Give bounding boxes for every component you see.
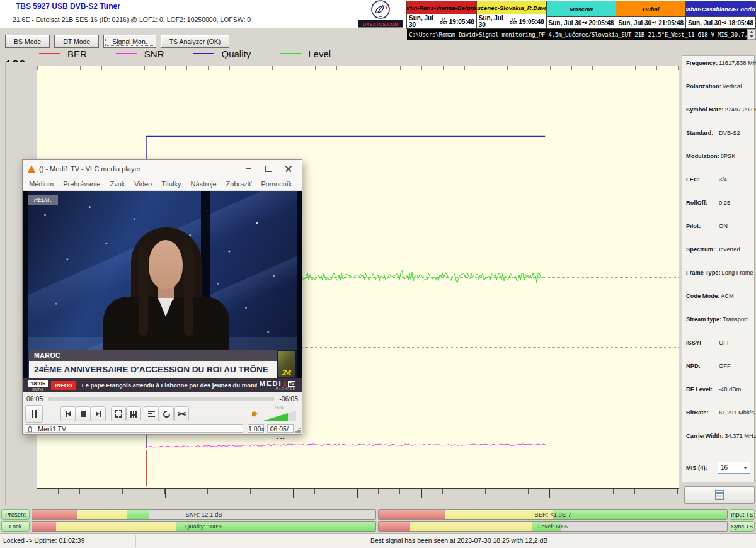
close-icon <box>285 166 292 172</box>
stream-list-button[interactable] <box>684 486 755 504</box>
stop-button[interactable] <box>76 406 91 421</box>
logo-caption: DXSATCS.COM <box>358 20 403 28</box>
vlc-menu-item[interactable]: Video <box>134 180 152 188</box>
scroll-up-icon[interactable] <box>750 31 753 33</box>
command-prompt[interactable]: C:\Users\Roman Dávid>Signal monitoring_P… <box>407 29 747 40</box>
redif-tag: REDIF. <box>28 195 58 205</box>
input-ts-indicator: Input TS <box>730 509 755 520</box>
minimize-button[interactable] <box>240 163 256 175</box>
mute-button[interactable] <box>252 411 258 417</box>
clock-widget: Moscow Sun, Jul 30 +3 20:05:48 <box>546 1 617 29</box>
playback-controls: 75% <box>23 405 302 423</box>
volume-fill <box>263 411 288 421</box>
time-status[interactable]: 06:05/--:-- <box>267 424 294 433</box>
vlc-menu-item[interactable]: Médium <box>29 180 54 188</box>
vlc-menu-item[interactable]: Zobraziť <box>226 180 252 188</box>
clock-time: 20:05:48 <box>588 20 614 26</box>
meter-label: Level: 60% <box>379 522 727 531</box>
clock-time-row: Sun, Jul 30 +3 20:05:48 <box>547 17 616 28</box>
parameter-label: Pilot: <box>686 223 718 229</box>
satellite-dish-icon <box>369 0 392 20</box>
clock-city-label: Rabat-Casablanca-London <box>686 1 755 17</box>
world-clocks: Berlin-Paris-Vienna-Belgrade Sun, Jul 30… <box>407 1 756 29</box>
status-strip: Locked -> Uptime: 01:02:39 Best signal h… <box>0 533 756 548</box>
meter-label: Quality: 100% <box>32 522 375 531</box>
parameter-row: Stream type: Transport <box>682 316 754 340</box>
playlist-icon <box>148 411 155 417</box>
clock-date: Sun, Jul 30 <box>688 20 721 26</box>
clock-date: Sun, Jul 30 <box>479 14 510 28</box>
ticker-clock: 18:05 GMT+1 <box>28 380 48 391</box>
next-button[interactable] <box>91 406 106 421</box>
loop-button[interactable] <box>159 406 174 421</box>
news-anchor-hair-lock <box>184 246 193 336</box>
parameter-value: 3/4 <box>719 176 727 183</box>
scroll-down-icon[interactable] <box>750 35 753 38</box>
quality-meter: Quality: 100% <box>32 521 376 532</box>
parameter-value: DVB-S2 <box>719 130 740 136</box>
clock-widget: Berlin-Paris-Vienna-Belgrade Sun, Jul 30… <box>406 1 477 29</box>
medi1tv-logo: MEDI 1 TV MAGHREB <box>260 380 295 391</box>
previous-button[interactable] <box>60 406 76 421</box>
signal-parameters-panel: Frequency: 11617,838 MHz Polarization: V… <box>682 55 755 482</box>
volume-slider[interactable] <box>263 411 296 421</box>
parameter-label: RollOff: <box>686 200 718 206</box>
close-button[interactable] <box>280 163 297 175</box>
pause-button[interactable] <box>25 405 43 423</box>
parameter-value: Vertical <box>723 83 742 89</box>
mode-tab[interactable]: Signal Mon. <box>103 35 156 48</box>
parameter-row: Code Mode: ACM <box>682 293 754 316</box>
parameter-row: CarrierWidth: 34,371 MHz <box>682 433 754 456</box>
clock-time: 21:05:48 <box>658 20 684 26</box>
parameter-row: Frame Type: Long Frame <box>682 270 754 293</box>
parameter-value: OFF <box>719 363 731 369</box>
seek-row: 06:05 -06:05 <box>23 392 302 405</box>
adjustments-button[interactable] <box>126 406 141 421</box>
clock-time-row: Sun, Jul 30 +1 DST 19:05:48 <box>407 14 476 28</box>
parameter-row: BitRate: 61,291 Mbit/s <box>682 409 754 433</box>
playback-rate[interactable]: 1.00x <box>248 424 264 433</box>
chart-legend: BER SNR Quality Level <box>39 48 331 59</box>
parameter-value: 0.25 <box>719 200 730 206</box>
legend-label: BER <box>67 49 87 59</box>
remaining-time: -06:05 <box>279 395 298 402</box>
level-meter: Level: 60% <box>378 521 728 532</box>
shuffle-icon <box>178 411 186 417</box>
legend-line-swatch <box>39 53 60 54</box>
parameter-label: Frame Type: <box>686 270 721 276</box>
parameter-label: Stream type: <box>686 316 721 323</box>
parameter-value: Long Frame <box>722 270 753 276</box>
mode-tab[interactable]: BS Mode <box>5 35 50 48</box>
vlc-titlebar[interactable]: () - Medi1 TV - VLC media player <box>23 160 302 177</box>
parameter-value: 27497,292 KS/s <box>724 106 756 113</box>
playlist-button[interactable] <box>144 406 159 421</box>
mis-dropdown[interactable]: 16 <box>718 462 750 474</box>
mode-tab[interactable]: DT Mode <box>54 35 99 48</box>
vlc-menu-item[interactable]: Zvuk <box>110 180 125 188</box>
vlc-menu-item[interactable]: Titulky <box>161 180 181 188</box>
vlc-menu-item[interactable]: Nástroje <box>191 180 217 188</box>
clock-date: Sun, Jul 30 <box>549 20 582 26</box>
resize-grip-icon[interactable] <box>295 427 301 433</box>
channel-24-logo: 24 <box>278 351 295 378</box>
legend-label: Level <box>308 49 331 59</box>
parameter-row: ISSYI OFF <box>682 340 754 363</box>
vlc-menu-item[interactable]: Prehrávanie <box>63 180 100 188</box>
parameter-value: OFF <box>719 340 731 346</box>
sync-ts-indicator: Sync TS <box>730 521 755 532</box>
legend-item: SNR <box>116 49 164 59</box>
shuffle-button[interactable] <box>174 406 189 421</box>
console-scrollbar[interactable] <box>747 29 756 40</box>
dxsatcs-logo: DXSATCS.COM <box>358 0 403 28</box>
mode-tab[interactable]: TS Analyzer (OK) <box>161 35 230 48</box>
parameter-value: 34,371 MHz <box>724 433 756 439</box>
maximize-button[interactable] <box>260 163 277 175</box>
fullscreen-button[interactable] <box>111 406 126 421</box>
seek-slider[interactable] <box>48 397 274 401</box>
parameter-value: 8PSK <box>721 153 736 159</box>
clock-date: Sun, Jul 30 <box>409 14 440 28</box>
video-frame[interactable]: REDIF. MAROC 24ÈME ANNIVERSAIRE D’ACCESS… <box>23 191 302 392</box>
vlc-menu-item[interactable]: Pomocník <box>261 180 292 188</box>
clock-city-label: Moscow <box>547 1 616 17</box>
snr-meter: SNR: 12,1 dB <box>32 509 376 520</box>
